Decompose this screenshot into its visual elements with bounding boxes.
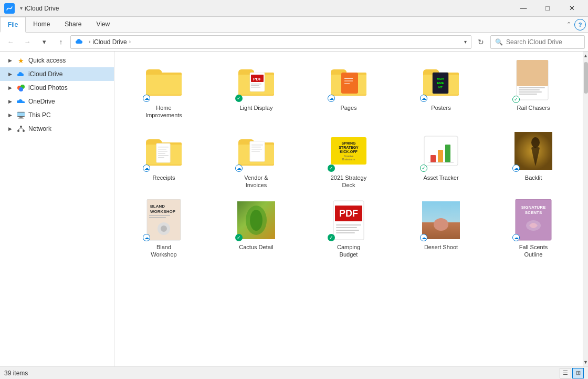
view-buttons: ☰ ⊞ [560, 368, 584, 378]
file-content: ☁ HomeImprovements PDF [114, 52, 583, 366]
up-button[interactable]: ↑ [54, 35, 68, 49]
svg-rect-7 [18, 118, 24, 119]
bland-svg: BLAND WORKSHOP [145, 199, 183, 241]
scroll-track [583, 60, 588, 358]
help-button[interactable]: ? [574, 19, 586, 30]
search-input[interactable] [506, 38, 585, 46]
minimize-button[interactable]: — [511, 0, 536, 17]
svg-point-70 [250, 210, 262, 231]
file-item-vendor-invoices[interactable]: ☁ Vendor &Invoices [211, 126, 301, 193]
file-name-strategy-deck: 2021 StrategyDeck [331, 174, 367, 189]
svg-rect-38 [158, 151, 167, 152]
file-item-strategy-deck[interactable]: SPRING STRATEGY KICK-OFF Creative Brains… [303, 126, 394, 193]
file-item-light-display[interactable]: PDF ✓ Light Display [211, 56, 301, 124]
svg-rect-65 [149, 217, 166, 218]
path-dropdown[interactable]: ▾ [464, 39, 467, 45]
file-item-desert-shoot[interactable]: ☁ Desert Shoot [396, 195, 486, 263]
address-path[interactable]: › iCloud Drive › ▾ [70, 35, 471, 49]
keynote-svg: SPRING STRATEGY KICK-OFF Creative Brains… [330, 135, 368, 167]
file-name-bland-workshop: BlandWorkshop [151, 243, 176, 259]
file-item-asset-tracker[interactable]: ✓ Asset Tracker [396, 126, 486, 193]
svg-text:Brainstorm: Brainstorm [342, 158, 355, 161]
file-item-rail-chasers[interactable]: ✓ Rail Chasers [488, 56, 579, 124]
expand-icon-network: ▶ [8, 126, 17, 131]
file-item-pages[interactable]: ☁ Pages [303, 56, 394, 124]
svg-rect-13 [146, 75, 182, 95]
path-separator-1: › [89, 39, 90, 45]
sidebar-item-onedrive[interactable]: ▶ OneDrive [0, 95, 114, 108]
sidebar-label-network: Network [28, 125, 51, 132]
file-name-posters: Posters [431, 104, 450, 111]
file-item-camping-budget[interactable]: PDF ✓ CampingBudget [303, 195, 394, 263]
scrollbar[interactable]: ▲ ▼ [583, 52, 588, 366]
window-controls[interactable]: — □ ✕ [511, 0, 584, 17]
svg-rect-64 [149, 215, 170, 216]
file-name-vendor-invoices: Vendor &Invoices [244, 174, 268, 189]
ribbon-collapse[interactable]: ⌃ [563, 19, 574, 30]
sync-cloud-icon-backlit: ☁ [512, 165, 520, 172]
desert-svg [422, 201, 460, 239]
sync-cloud-icon-pages: ☁ [328, 95, 335, 102]
svg-rect-32 [519, 91, 542, 93]
scroll-up-button[interactable]: ▲ [583, 52, 588, 60]
svg-rect-5 [17, 112, 25, 116]
sidebar-item-network[interactable]: ▶ Network [0, 122, 114, 136]
svg-text:EME: EME [437, 81, 444, 85]
tab-file[interactable]: File [0, 17, 26, 33]
svg-text:PDF: PDF [253, 77, 261, 81]
file-item-bland-workshop[interactable]: BLAND WORKSHOP ☁ BlandWorkshop [119, 195, 209, 263]
file-item-backlit[interactable]: ☁ Backlit [488, 126, 579, 193]
back-button[interactable]: ← [3, 35, 18, 49]
forward-button[interactable]: → [20, 35, 35, 49]
tab-share[interactable]: Share [57, 17, 89, 32]
qat-arrow[interactable]: ▾ [20, 5, 23, 11]
sidebar-item-icloud-photos[interactable]: ▶ iCloud Photos [0, 81, 114, 95]
svg-point-8 [20, 126, 22, 128]
svg-rect-75 [336, 227, 357, 228]
grid-view-button[interactable]: ⊞ [572, 368, 584, 378]
thumb-desert-shoot: ☁ [420, 199, 462, 241]
cactus-svg [237, 201, 275, 239]
sidebar-item-this-pc[interactable]: ▶ This PC [0, 108, 114, 122]
ribbon: File Home Share View ⌃ ? [0, 17, 588, 33]
svg-rect-36 [158, 147, 169, 148]
file-item-fall-scents[interactable]: SIGNATURE SCENTS ☁ Fall ScentsOutline [488, 195, 579, 263]
close-button[interactable]: ✕ [560, 0, 584, 17]
file-name-camping-budget: CampingBudget [337, 243, 360, 259]
tab-home[interactable]: Home [26, 17, 57, 32]
thumb-cactus-detail: ✓ [235, 199, 277, 241]
tab-view[interactable]: View [89, 17, 117, 32]
expand-icon-photos: ▶ [8, 85, 17, 90]
maximize-button[interactable]: □ [536, 0, 560, 17]
svg-rect-76 [336, 230, 359, 231]
recent-button[interactable]: ▾ [37, 35, 51, 49]
file-item-receipts[interactable]: ☁ Receipts [119, 126, 209, 193]
refresh-button[interactable]: ↻ [474, 35, 488, 49]
pc-icon [17, 111, 25, 119]
search-box: 🔍 [490, 35, 585, 49]
thumb-light-display: PDF ✓ [235, 60, 277, 102]
svg-line-11 [18, 128, 21, 130]
network-icon [17, 125, 25, 133]
sidebar-item-quick-access[interactable]: ▶ ★ Quick access [0, 54, 114, 67]
sidebar-item-icloud-drive[interactable]: ▶ iCloud Drive [0, 67, 114, 81]
scroll-thumb[interactable] [584, 62, 588, 94]
svg-rect-20 [251, 87, 260, 88]
file-name-rail-chasers: Rail Chasers [517, 104, 550, 111]
thumb-vendor-invoices: ☁ [235, 130, 277, 172]
svg-point-10 [23, 130, 25, 132]
file-item-home-improvements[interactable]: ☁ HomeImprovements [119, 56, 209, 124]
list-view-button[interactable]: ☰ [560, 368, 571, 378]
svg-rect-45 [251, 147, 261, 148]
expand-icon-icloud: ▶ [8, 71, 17, 77]
file-name-desert-shoot: Desert Shoot [424, 243, 458, 251]
onedrive-icon [17, 97, 25, 106]
scroll-down-button[interactable]: ▼ [583, 358, 588, 366]
thumb-asset-tracker: ✓ [420, 130, 462, 172]
file-item-cactus-detail[interactable]: ✓ Cactus Detail [211, 195, 301, 263]
folder-posters-svg: MOV EME NT [422, 65, 460, 97]
svg-rect-46 [251, 149, 262, 150]
file-item-posters[interactable]: MOV EME NT ☁ Posters [396, 56, 486, 124]
sidebar-label-icloud-drive: iCloud Drive [28, 70, 62, 78]
app-icon [4, 3, 15, 14]
